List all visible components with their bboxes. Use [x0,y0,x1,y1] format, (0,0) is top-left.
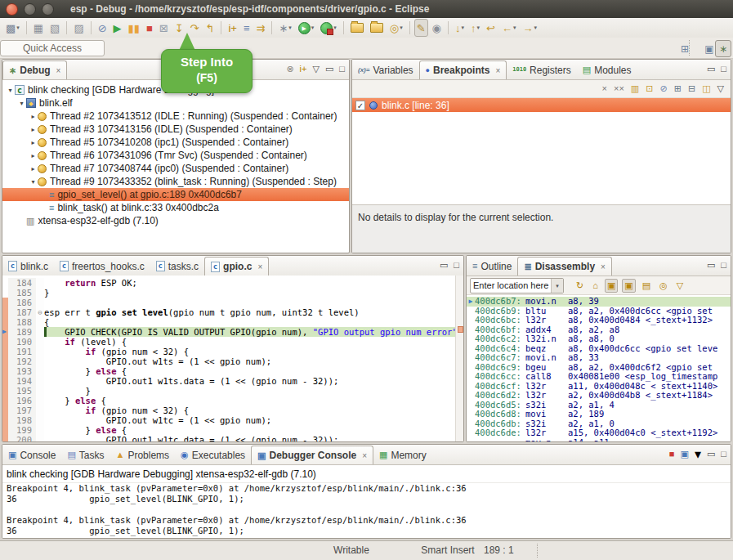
breakpoints-list[interactable] [352,112,731,204]
dropdown-arrow-icon[interactable]: ▾ [476,25,480,31]
resume-button[interactable]: ▶ [111,19,124,37]
debug-tree-row[interactable]: ▸Thread #5 1073410208 (ipc1) (Suspended … [2,136,349,149]
forward-button[interactable]: →▾ [520,19,539,37]
step-return-button[interactable]: ↰ [203,19,217,37]
view-menu-icon[interactable]: ▽ [674,279,686,293]
remove-all-breakpoints-icon[interactable]: ×× [614,84,624,93]
view-tab-breakpoints[interactable]: ●Breakpoints× [419,60,507,79]
refresh-icon[interactable]: ↻ [574,279,586,293]
dropdown-arrow-icon[interactable]: ▾ [311,25,315,31]
tree-expand-icon[interactable]: ▾ [6,87,15,94]
remove-breakpoint-icon[interactable]: × [602,84,607,93]
editor-tab-blink-c[interactable]: cblink.c [2,257,54,276]
minimize-icon[interactable]: ▭ [325,65,333,74]
tab-close-icon[interactable]: × [257,262,262,271]
maximize-icon[interactable]: □ [721,450,726,459]
maximize-icon[interactable]: □ [339,65,345,74]
ruler-annotation-mark[interactable] [458,326,463,333]
minimize-button[interactable] [24,3,36,16]
disconnect-button[interactable]: ⊠ [157,19,171,37]
new-folder-button[interactable] [348,19,366,37]
dropdown-arrow-icon[interactable]: ▾ [534,25,537,31]
dropdown-arrow-icon[interactable]: ▾ [461,25,464,31]
view-tab-disassembly[interactable]: ≣Disassembly× [517,257,611,276]
tab-close-icon[interactable]: × [362,451,367,460]
dropdown-arrow-icon[interactable]: ▾ [400,25,403,31]
tab-close-icon[interactable]: × [601,262,606,271]
code-editor[interactable]: 184 return ESP_OK;185}186187⊖esp_err_t g… [2,276,463,441]
use-step-filters-button[interactable]: ⇉ [253,19,267,37]
debug-perspective-button[interactable]: ∗ [715,40,731,57]
terminate-button[interactable]: ■ [144,19,155,37]
console-tab-console[interactable]: ▣Console [2,446,61,464]
close-button[interactable] [6,3,18,16]
maximize-icon[interactable]: □ [454,261,459,270]
view-menu-icon[interactable]: ▽ [717,84,724,93]
breakpoint-row[interactable]: ✓blink.c [line: 36] [352,98,731,112]
collapse-all-icon[interactable]: ⊟ [688,84,695,93]
pin-editor-button[interactable]: ◎▾ [387,19,405,37]
tree-expand-icon[interactable]: ▸ [29,152,38,159]
tree-expand-icon[interactable]: ▸ [29,113,38,120]
overview-ruler[interactable] [455,276,463,441]
open-folder-button[interactable] [368,19,386,37]
maximize-button[interactable] [42,3,54,16]
pin-icon[interactable]: ◎ [657,279,670,293]
minimize-icon[interactable]: ▭ [707,450,715,459]
track-expression-icon[interactable]: ▣ [622,279,635,293]
console-body[interactable]: blink checking [GDB Hardware Debugging] … [2,465,731,539]
editor-tab-freertos-hooks-c[interactable]: cfreertos_hooks.c [54,257,150,276]
mark-occurrences-button[interactable]: ✎ [414,19,428,37]
last-edit-location-button[interactable]: ↩ [484,19,498,37]
dropdown-arrow-icon[interactable]: ▾ [333,25,337,31]
location-input[interactable]: Enter location here [471,280,551,290]
console-tab-tasks[interactable]: ▤Tasks [61,446,110,464]
instruction-stepping-mode-icon[interactable]: i+ [300,65,307,74]
location-dropdown-icon[interactable]: ▾ [551,279,563,293]
skip-all-breakpoints-button[interactable]: ⊘ [96,19,110,37]
debug-tree-row[interactable]: ▾◆blink.elf [2,96,349,110]
view-menu-icon[interactable]: ▽ [312,65,319,74]
tab-close-icon[interactable]: × [495,66,500,75]
next-annotation-button[interactable]: ↓▾ [453,19,467,37]
skip-all-breakpoints-icon[interactable]: ⊘ [659,84,667,93]
view-tab-variables[interactable]: (x)=Variables [352,60,419,79]
run-button[interactable]: ▶▾ [296,19,317,37]
link-with-debug-view-icon[interactable]: ◫ [702,84,710,93]
minimize-icon[interactable]: ▭ [440,261,448,270]
tab-close-icon[interactable]: × [56,66,61,75]
debug-tree-row-selected[interactable]: ≡gpio_set_level() at gpio.c:189 0x400dc6… [2,188,349,201]
remove-all-terminated-icon[interactable]: ⊗ [286,65,293,74]
save-button[interactable]: ▦ [31,19,46,37]
show-supported-breakpoints-icon[interactable]: ▥ [631,84,639,93]
maximize-icon[interactable]: □ [721,65,726,74]
new-wizard-button[interactable]: ▩▾ [3,19,22,37]
open-perspective-button[interactable]: ⊞ [677,40,693,57]
view-tab-modules[interactable]: ▤Modules [577,60,637,79]
back-button[interactable]: ←▾ [499,19,519,37]
trace-button[interactable]: ≡ [241,19,253,37]
tree-expand-icon[interactable]: ▸ [29,139,38,146]
view-tab-registers[interactable]: 1010Registers [507,60,577,79]
binary-file-button[interactable]: ▨ [71,19,86,37]
goto-file-for-breakpoint-icon[interactable]: ⊡ [646,84,653,93]
debug-tree-row[interactable]: ▸Thread #3 1073413156 (IDLE) (Suspended … [2,123,349,136]
location-combo[interactable]: Enter location here ▾ [470,278,564,293]
open-console-icon[interactable]: ▣ [681,450,689,459]
breakpoint-checkbox[interactable]: ✓ [355,101,365,110]
debug-tree-row[interactable]: ≡blink_task() at blink.c:33 0x400dbc2a [2,201,349,214]
expand-all-icon[interactable]: ⊞ [674,84,682,93]
debug-button[interactable]: ∗▾ [276,19,293,37]
show-source-icon[interactable]: ▣ [605,279,618,293]
debug-tree-row[interactable]: ▸Thread #7 1073408744 (ipc0) (Suspended … [2,162,349,175]
dropdown-arrow-icon[interactable]: ▾ [695,446,701,462]
tree-expand-icon[interactable]: ▾ [17,100,26,107]
console-tab-executables[interactable]: ◉Executables [175,446,251,464]
dropdown-arrow-icon[interactable]: ▾ [16,25,20,31]
view-tab-debug[interactable]: ∗Debug× [2,60,67,79]
save-all-button[interactable]: ▧ [47,19,62,37]
instruction-stepping-button[interactable]: i+ [226,19,239,37]
editor-tab-tasks-c[interactable]: ctasks.c [150,257,204,276]
console-tab-problems[interactable]: ▲Problems [110,446,176,464]
editor-tab-gpio-c[interactable]: cgpio.c× [204,257,269,276]
